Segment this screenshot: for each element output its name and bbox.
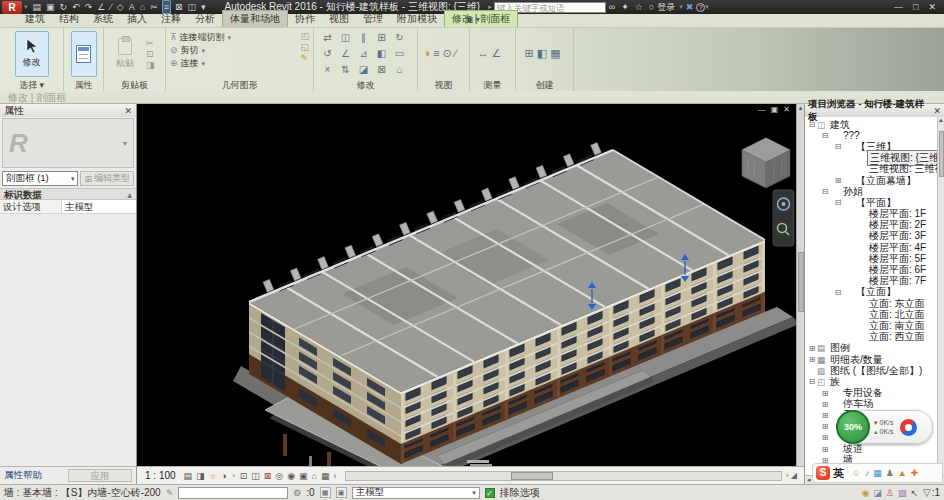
properties-help-link[interactable]: 属性帮助 [4,469,42,482]
view-tool-icon[interactable]: ∕ [455,47,457,60]
view-control-icon[interactable]: ▤ [184,471,193,481]
edit-type-button[interactable]: ⊞ 编辑类型 [80,171,134,186]
ribbon-tab[interactable]: 协作 [288,11,322,27]
modify-tool-icon[interactable]: ⌂ [392,63,408,77]
tree-expand-icon[interactable]: ⊞ [820,411,830,420]
panel-label-create[interactable]: 创建 [516,79,573,91]
modify-tool-icon[interactable]: ⊞ [374,31,390,45]
tree-item[interactable]: ⊞ 【立面幕墙】 [805,175,944,186]
navigation-bar[interactable] [773,190,794,246]
cope-icon[interactable]: ◰ [300,31,309,41]
tree-expand-icon[interactable]: ⊞ [807,344,817,353]
maximize-button[interactable]: □ [913,2,918,12]
create-tool-icon[interactable]: ▦ [550,47,560,60]
modify-tool-icon[interactable]: ▭ [392,47,408,61]
tree-item[interactable]: 立面: 西立面 [805,332,944,343]
view-control-icon[interactable]: ⊡ [240,471,248,481]
design-option-combo[interactable]: 主模型▾ [352,487,480,499]
ribbon-tab[interactable]: 注释 [154,11,188,27]
view-close-icon[interactable]: ✕ [783,105,790,114]
favorites-star-icon[interactable]: ☆ [635,2,643,12]
tree-expand-icon[interactable]: ⊞ [820,389,830,398]
modify-tool-icon[interactable]: × [320,63,336,77]
tree-expand-icon[interactable]: ⊟ [833,142,843,151]
view-scale[interactable]: 1 : 100 [137,470,184,481]
modify-tool-icon[interactable]: ◪ [356,63,372,77]
view-control-icon[interactable]: ⌂ [312,471,317,481]
tree-item-label[interactable]: 族 [828,375,842,389]
tree-expand-icon[interactable]: ⊞ [833,176,843,185]
exchange-apps-icon[interactable]: ✖ [686,2,694,12]
signin-caret-icon[interactable]: ▾ [679,3,683,11]
search-icon[interactable]: ∞ [609,2,615,12]
view-control-icon[interactable]: ◫ [251,471,260,481]
paste-button[interactable]: 粘贴 [108,31,142,77]
ribbon-tab[interactable]: 建筑 [18,11,52,27]
ribbon-tab[interactable]: 插入 [120,11,154,27]
view-restore-icon[interactable]: ▣ [771,105,779,114]
close-button[interactable]: ✕ [928,2,936,12]
sign-in-link[interactable]: 登录 [657,1,675,14]
view-control-icon[interactable]: ◎ [275,471,283,481]
apply-button[interactable]: 应用 [68,469,132,482]
view-control-icon[interactable]: ⊠ [264,471,272,481]
type-selector[interactable]: 剖面框 (1)▾ [2,171,78,186]
selection-toggle-icon[interactable]: ◉ [861,488,869,498]
selection-toggle-icon[interactable]: ↖ [910,488,918,498]
tree-expand-icon[interactable]: ⊞ [820,400,830,409]
ribbon-tab[interactable]: 修改 | 剖面框 [444,10,518,27]
tree-expand-icon[interactable]: ⊟ [820,131,830,140]
type-preview[interactable]: R ▾ [2,118,134,168]
paint-icon[interactable]: ✎ [300,53,309,63]
view-tool-icon[interactable]: ≡ [433,47,439,60]
panel-label-modify[interactable]: 修改 [314,79,417,91]
ime-toolbar[interactable]: S 英 ' ☺♪▦♟▲✚ [812,463,943,483]
view-control-icon[interactable]: ◑ [221,471,226,481]
accelerator-widget[interactable]: 30% 0K/s 0K/s [839,410,933,444]
viewport-vertical-scrollbar[interactable]: ▲ [796,104,804,466]
subscription-icon[interactable]: ✦ [621,2,629,12]
measure-tool-icon[interactable]: ∠ [492,47,502,60]
properties-button[interactable] [71,31,97,77]
measure-tool-icon[interactable]: ↔ [478,47,489,60]
create-tool-icon[interactable]: ◧ [537,47,547,60]
selection-toggle-icon[interactable]: ▧ [898,488,907,498]
view-control-icon[interactable]: ☼ [209,471,217,481]
ime-keyboard-icon[interactable]: ▦ [873,468,882,478]
ribbon-tab[interactable]: 视图 [322,11,356,27]
tree-item[interactable]: ⊟ ◫ 建筑 [805,119,944,130]
selection-toggle-icon[interactable]: ◪ [873,488,882,498]
help-caret-icon[interactable]: ▾ [705,3,709,11]
view-control-icon[interactable]: ‹ [334,471,337,481]
ime-person-icon[interactable]: ♟ [886,468,894,478]
modify-tool-icon[interactable]: ∠ [338,47,354,61]
section-collapse-icon[interactable]: ▴ [127,189,132,199]
editable-only-toggle[interactable]: ▦ [320,487,331,498]
panel-label-measure[interactable]: 测量 [470,79,515,91]
boost-ball-icon[interactable] [900,419,917,436]
panel-label-select[interactable]: 选择 ▾ [0,79,63,91]
panel-label-geometry[interactable]: 几何图形 [166,79,313,91]
selection-toggle-icon[interactable]: ♙ [886,488,894,498]
memory-percent-ball[interactable]: 30% [836,410,870,444]
panel-label-view[interactable]: 视图 [418,79,469,91]
ribbon-display-toggle-icon[interactable]: ▣ ▾ [466,15,480,24]
modify-tool-icon[interactable]: ◧ [374,47,390,61]
modify-tool-icon[interactable]: ↻ [392,31,408,45]
properties-close-icon[interactable]: ✕ [124,106,132,116]
panel-label-clipboard[interactable]: 剪贴板 [104,79,165,91]
drawing-area[interactable]: — ▣ ✕ ▲ 1 : 100 ▤◨☼◑◔⊡◫⊠◎◉▣⌂▦‹ › ◢ [137,104,804,484]
tree-expand-icon[interactable]: ⊞ [807,355,817,364]
view-control-icon[interactable]: ◉ [287,471,295,481]
view-control-icon[interactable]: ◔ [230,471,235,481]
panel-label-properties[interactable]: 属性 [64,79,103,91]
geometry-row-button[interactable]: ⊕ 连接▾ [170,57,231,70]
tree-item-label[interactable]: 图纸 (【图纸/全部】) [828,364,924,378]
geometry-row-button[interactable]: ⊘ 剪切▾ [170,44,231,57]
modify-tool-icon[interactable]: ⇅ [338,63,354,77]
create-tool-icon[interactable]: ⊞ [525,47,534,60]
exclude-options-checkbox[interactable]: ✓ [485,488,495,498]
tree-item-label[interactable]: 立面: 西立面 [867,330,927,344]
user-icon[interactable]: ○ [649,2,654,12]
resize-grip[interactable]: ◢ [791,471,797,480]
